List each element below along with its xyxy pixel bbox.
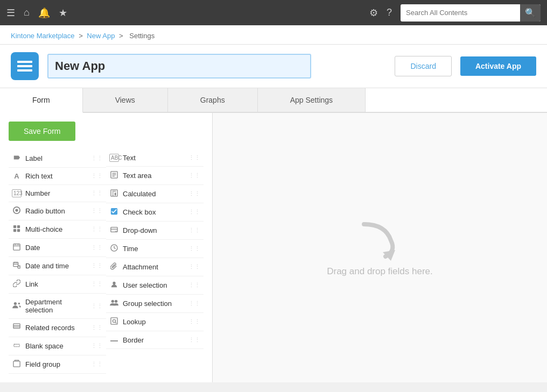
field-palette: Save Form Label ⋮⋮ A Rich text [0,113,213,382]
svg-line-46 [115,322,116,323]
app-icon [11,52,39,80]
field-dept-selection[interactable]: Department selection ⋮⋮ [9,294,106,319]
tabs: Form Views Graphs App Settings [0,88,547,113]
svg-rect-0 [17,61,32,63]
svg-rect-2 [17,69,32,72]
field-calculated[interactable]: Calculated ⋮⋮ [106,185,204,203]
svg-rect-7 [13,229,16,232]
svg-point-45 [113,319,115,322]
attachment-icon [109,262,119,272]
time-icon [109,244,119,253]
link-icon [12,280,22,289]
tab-form[interactable]: Form [0,88,83,113]
search-button[interactable]: 🔍 [520,4,541,22]
field-multi-choice[interactable]: Multi-choice ⋮⋮ [9,220,106,239]
svg-rect-6 [17,225,20,228]
svg-point-41 [113,282,115,284]
svg-rect-8 [17,229,20,232]
user-selection-icon [109,281,119,290]
field-col-left: Label ⋮⋮ A Rich text ⋮⋮ 123 Number [9,149,106,374]
svg-rect-36 [115,193,116,195]
field-col-right: ABC Text ⋮⋮ Text area ⋮⋮ [106,149,204,374]
gear-icon[interactable]: ⚙ [369,7,378,19]
rich-text-icon: A [12,172,22,180]
text-area-icon [109,171,119,180]
field-user-selection[interactable]: User selection ⋮⋮ [106,276,204,295]
tab-graphs[interactable]: Graphs [168,88,258,112]
multi-choice-icon [12,225,22,234]
discard-button[interactable]: Discard [395,56,451,76]
main-content: Save Form Label ⋮⋮ A Rich text [0,113,547,382]
label-icon [12,154,22,163]
tab-app-settings[interactable]: App Settings [258,88,366,112]
svg-point-4 [15,209,18,211]
group-selection-icon [109,299,119,308]
date-icon [12,243,22,252]
lookup-icon [109,317,119,326]
field-related-records[interactable]: Related records ⋮⋮ [9,319,106,337]
topnav: ☰ ⌂ 🔔 ★ ⚙ ? 🔍 [0,0,547,25]
text-icon: ABC [109,154,119,162]
search-input[interactable] [401,9,520,17]
app-name-input[interactable] [47,54,311,79]
field-border[interactable]: Border ⋮⋮ [106,331,204,349]
field-group-icon [12,360,22,369]
svg-rect-25 [14,344,20,346]
field-attachment[interactable]: Attachment ⋮⋮ [106,258,204,276]
home-icon[interactable]: ⌂ [24,7,30,18]
field-radio-button[interactable]: Radio button ⋮⋮ [9,202,106,220]
field-date[interactable]: Date ⋮⋮ [9,239,106,257]
field-link[interactable]: Link ⋮⋮ [9,275,106,294]
bell-icon[interactable]: 🔔 [38,7,50,19]
star-icon[interactable]: ★ [59,7,67,19]
tab-views[interactable]: Views [83,88,168,112]
field-rich-text[interactable]: A Rich text ⋮⋮ [9,168,106,185]
related-records-icon [12,323,22,332]
field-date-time[interactable]: Date and time ⋮⋮ [9,257,106,275]
field-time[interactable]: Time ⋮⋮ [106,240,204,258]
border-icon [109,336,119,344]
field-group-selection[interactable]: Group selection ⋮⋮ [106,295,204,313]
svg-point-21 [18,302,20,304]
svg-rect-9 [13,244,20,250]
field-list: Label ⋮⋮ A Rich text ⋮⋮ 123 Number [9,149,204,374]
app-header: Discard Activate App [0,45,547,88]
datetime-icon [12,261,22,270]
svg-rect-5 [13,225,16,228]
drop-hint: Drag and drop fields here. [327,266,433,277]
svg-rect-1 [17,65,32,67]
field-number[interactable]: 123 Number ⋮⋮ [9,185,106,202]
breadcrumb-new-app[interactable]: New App [87,32,115,40]
activate-button[interactable]: Activate App [460,56,536,76]
field-label[interactable]: Label ⋮⋮ [9,149,106,168]
blank-space-icon [12,341,22,351]
breadcrumb-settings: Settings [129,32,155,40]
radio-icon [12,206,22,216]
svg-rect-26 [13,361,20,367]
svg-point-43 [115,300,117,303]
breadcrumb-marketplace[interactable]: Kintone Marketplace [11,32,75,40]
number-icon: 123 [12,189,22,197]
field-text[interactable]: ABC Text ⋮⋮ [106,149,204,167]
field-blank-space[interactable]: Blank space ⋮⋮ [9,337,106,355]
svg-rect-31 [111,190,117,196]
breadcrumb: Kintone Marketplace > New App > Settings [0,25,547,45]
menu-icon[interactable]: ☰ [6,7,15,19]
svg-rect-22 [13,324,20,329]
drop-down-icon [109,226,119,235]
calculated-icon [109,189,119,198]
dept-icon [12,302,22,311]
field-drop-down[interactable]: Drop-down ⋮⋮ [106,222,204,240]
field-field-group[interactable]: Field group ⋮⋮ [9,355,106,374]
save-form-button[interactable]: Save Form [9,122,75,141]
svg-point-42 [111,300,114,303]
search-bar: 🔍 [401,4,541,22]
help-icon[interactable]: ? [387,7,392,18]
check-box-icon [109,208,119,217]
drop-zone: Drag and drop fields here. [213,113,547,382]
field-lookup[interactable]: Lookup ⋮⋮ [106,313,204,331]
field-text-area[interactable]: Text area ⋮⋮ [106,167,204,185]
svg-point-20 [14,302,17,304]
field-check-box[interactable]: Check box ⋮⋮ [106,203,204,222]
